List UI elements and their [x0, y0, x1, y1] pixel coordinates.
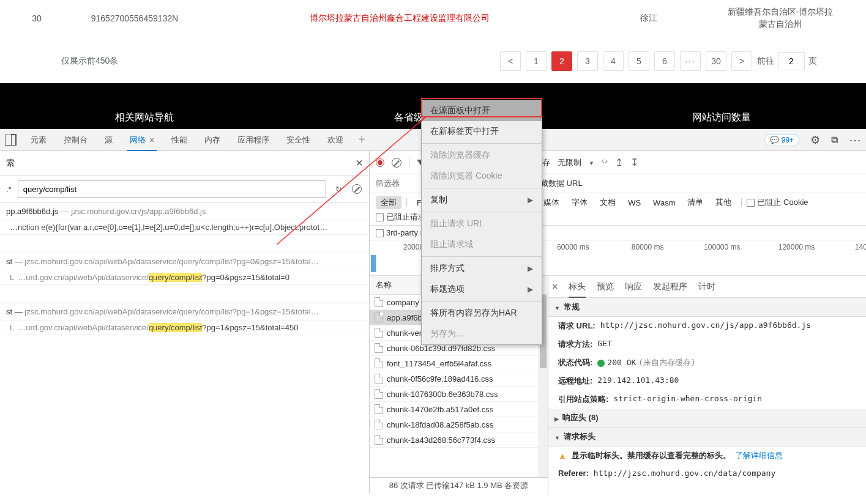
- warning-icon: ▲: [558, 451, 567, 461]
- filter-all[interactable]: 全部: [376, 196, 401, 209]
- nav-related-sites[interactable]: 相关网站导航: [0, 111, 289, 124]
- tab-application[interactable]: 应用程序: [235, 129, 272, 151]
- menu-save-as[interactable]: 另存为...: [422, 324, 542, 344]
- filter-label: 筛选器: [376, 178, 400, 189]
- request-headers-section[interactable]: 请求标头: [548, 428, 866, 447]
- tab-preview[interactable]: 预览: [597, 276, 614, 298]
- menu-sort-by[interactable]: 排序方式▶: [422, 258, 542, 279]
- close-search-icon[interactable]: ×: [356, 156, 363, 170]
- filter-manifest[interactable]: 清单: [682, 196, 708, 209]
- file-icon: [375, 343, 383, 353]
- pagination: 仅展示前450条 < 1 2 3 4 5 6 ··· 30 > 前往 页: [0, 36, 866, 83]
- menu-header-options[interactable]: 标题选项▶: [422, 279, 542, 300]
- filter-wasm[interactable]: Wasm: [648, 197, 680, 209]
- filter-other[interactable]: 其他: [711, 196, 736, 209]
- page-3-button[interactable]: 3: [577, 51, 598, 71]
- status-bar: 86 次请求 已传输147 kB 1.9 MB 各资源: [370, 477, 548, 494]
- refresh-icon[interactable]: ↻: [332, 183, 345, 195]
- search-label: 索: [6, 158, 15, 169]
- issues-badge[interactable]: 💬 99+: [764, 134, 799, 146]
- goto-prefix: 前往: [757, 56, 774, 67]
- cell-person: 徐江: [603, 13, 695, 24]
- close-details-icon[interactable]: ×: [552, 281, 558, 292]
- menu-clear-cache[interactable]: 清除浏览器缓存: [422, 145, 542, 166]
- filter-doc[interactable]: 文档: [595, 196, 621, 209]
- file-icon: [375, 313, 383, 322]
- tab-elements[interactable]: 元素: [28, 129, 49, 151]
- filter-media[interactable]: 媒体: [539, 196, 564, 209]
- layers-icon[interactable]: [831, 135, 838, 146]
- response-headers-section[interactable]: 响应头 (8): [548, 409, 866, 428]
- request-item[interactable]: chunk-1076300b.6e363b78.css: [370, 387, 548, 402]
- cell-index: 30: [0, 13, 73, 23]
- nav-visit-count[interactable]: 网站访问数量: [577, 111, 866, 124]
- close-icon[interactable]: ×: [149, 135, 154, 145]
- search-result-line[interactable]: …nction e(e){for(var a,r,c=e[0],o=e[1],l…: [0, 220, 369, 235]
- regex-mode[interactable]: .*: [6, 185, 12, 194]
- tab-initiator[interactable]: 发起程序: [653, 276, 687, 298]
- tab-headers[interactable]: 标头: [569, 276, 586, 298]
- page-ellipsis[interactable]: ···: [680, 51, 701, 71]
- page-4-button[interactable]: 4: [603, 51, 624, 71]
- dock-side-icon[interactable]: [5, 135, 16, 146]
- search-input[interactable]: [18, 180, 326, 198]
- tab-memory[interactable]: 内存: [202, 129, 223, 151]
- request-item[interactable]: chunk-1470e2fb.a517a0ef.css: [370, 402, 548, 417]
- add-tab-button[interactable]: +: [358, 133, 365, 147]
- menu-open-in-tab[interactable]: 在新标签页中打开: [422, 121, 542, 142]
- search-result-line[interactable]: L…urd.gov.cn/api/webApi/dataservice/quer…: [0, 321, 369, 335]
- clear-icon[interactable]: [392, 158, 401, 168]
- learn-more-link[interactable]: 了解详细信息: [735, 451, 783, 460]
- upload-icon[interactable]: ↥: [615, 157, 623, 168]
- search-result-line[interactable]: L…urd.gov.cn/api/webApi/dataservice/quer…: [0, 270, 369, 285]
- more-icon[interactable]: [849, 133, 861, 147]
- menu-open-in-sources[interactable]: 在源面板中打开: [422, 100, 542, 121]
- tab-performance[interactable]: 性能: [169, 129, 190, 151]
- file-icon: [375, 328, 383, 338]
- page-6-button[interactable]: 6: [654, 51, 675, 71]
- tab-welcome[interactable]: 欢迎: [325, 129, 346, 151]
- blocked-cookies-checkbox[interactable]: 已阻止 Cookie: [747, 197, 808, 208]
- blocked-requests-checkbox[interactable]: 已阻止请求: [376, 212, 426, 223]
- context-menu: 在源面板中打开 在新标签页中打开 清除浏览器缓存 清除浏览器 Cookie 复制…: [421, 100, 542, 345]
- tab-console[interactable]: 控制台: [61, 129, 90, 151]
- general-section[interactable]: 常规: [548, 298, 866, 317]
- request-item[interactable]: chunk-0f56c9fe.189ad416.css: [370, 371, 548, 387]
- menu-save-har[interactable]: 将所有内容另存为HAR: [422, 303, 542, 324]
- filter-font[interactable]: 字体: [567, 196, 592, 209]
- page-prev-button[interactable]: <: [500, 51, 521, 71]
- tab-timing[interactable]: 计时: [698, 276, 715, 298]
- page-last-button[interactable]: 30: [706, 51, 726, 71]
- gear-icon[interactable]: [810, 133, 820, 147]
- download-icon[interactable]: ↧: [630, 157, 638, 168]
- tab-response[interactable]: 响应: [625, 276, 642, 298]
- tab-security[interactable]: 安全性: [284, 129, 313, 151]
- page-5-button[interactable]: 5: [629, 51, 649, 71]
- pagination-note: 仅展示前450条: [61, 56, 118, 67]
- search-file-header[interactable]: st — jzsc.mohurd.gov.cn/api/webApi/datas…: [0, 303, 369, 321]
- request-item[interactable]: chunk-18fdad08.a258f5ab.css: [370, 417, 548, 432]
- chevron-down-icon[interactable]: [589, 158, 594, 167]
- table-row: 30 91652700556459132N 博尔塔拉蒙古自治州鑫合工程建设监理有…: [0, 0, 866, 36]
- filter-ws[interactable]: WS: [623, 197, 646, 209]
- clear-icon[interactable]: [351, 183, 363, 195]
- menu-block-url[interactable]: 阻止请求 URL: [422, 213, 542, 234]
- tab-sources[interactable]: 源: [102, 129, 115, 151]
- request-item[interactable]: font_1173454_erfb5l4afaf.css: [370, 356, 548, 371]
- request-item[interactable]: chunk-1a43d268.56c773f4.css: [370, 432, 548, 448]
- wifi-icon[interactable]: [602, 157, 608, 168]
- goto-input[interactable]: [778, 52, 805, 70]
- record-icon[interactable]: [376, 158, 384, 167]
- menu-clear-cookies[interactable]: 清除浏览器 Cookie: [422, 166, 542, 187]
- cell-company[interactable]: 博尔塔拉蒙古自治州鑫合工程建设监理有限公司: [196, 13, 603, 24]
- cell-region: 新疆维吾尔自治区-博尔塔拉 蒙古自治州: [695, 6, 866, 30]
- page-2-button[interactable]: 2: [551, 51, 572, 71]
- search-file-header[interactable]: pp.a9f6bb6d.js—jzsc.mohurd.gov.cn/js/app…: [0, 203, 369, 220]
- page-1-button[interactable]: 1: [526, 51, 547, 71]
- menu-copy[interactable]: 复制▶: [422, 190, 542, 210]
- menu-block-domain[interactable]: 阻止请求域: [422, 234, 542, 255]
- page-next-button[interactable]: >: [731, 51, 752, 71]
- search-file-header[interactable]: st — jzsc.mohurd.gov.cn/api/webApi/datas…: [0, 253, 369, 270]
- throttle-select[interactable]: 无限制: [558, 157, 581, 168]
- tab-network[interactable]: 网络×: [127, 129, 157, 151]
